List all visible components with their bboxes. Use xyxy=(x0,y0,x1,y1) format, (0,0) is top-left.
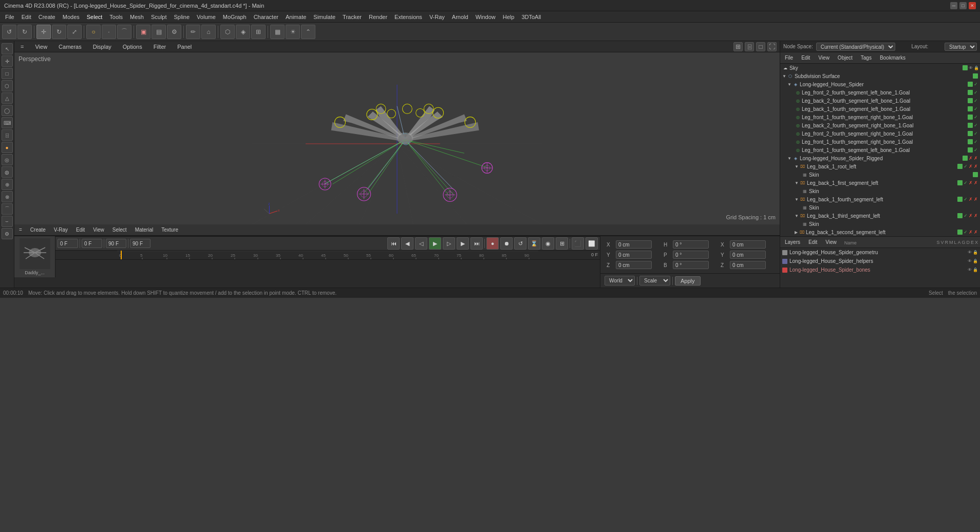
playback-icon-2[interactable]: ⏺ xyxy=(500,237,513,250)
layer-item-helpers[interactable]: Long-legged_House_Spider_helpers 👁 🔒 xyxy=(780,257,980,265)
scale-tool-button[interactable]: ⤢ xyxy=(67,25,82,39)
left-tool-select[interactable]: ↖ xyxy=(2,43,13,54)
material-thumbnail-area[interactable]: Daddy_... xyxy=(14,236,55,277)
keyframe-icon-2[interactable]: ⬜ xyxy=(586,237,598,250)
redo-button[interactable]: ↻ xyxy=(17,25,32,39)
render-settings-button[interactable]: ⚙ xyxy=(167,25,181,39)
playback-icon-6[interactable]: ⊞ xyxy=(556,237,568,250)
layer-vis-icon-2[interactable]: 👁 xyxy=(968,259,972,263)
obj-menu-view[interactable]: View xyxy=(816,54,832,62)
viewport-icon-4[interactable]: ⛶ xyxy=(767,42,777,51)
tree-item-skin-2[interactable]: ▦ Skin xyxy=(780,187,980,195)
camera-button[interactable]: ▦ xyxy=(270,25,285,39)
menu-spline[interactable]: Spline xyxy=(171,13,193,21)
left-tool-10[interactable]: ◎ xyxy=(2,154,13,165)
scale-y-input[interactable] xyxy=(730,251,766,259)
left-tool-move[interactable]: ✛ xyxy=(2,55,13,67)
sculpt-button[interactable]: ⌂ xyxy=(201,25,216,39)
tree-item-goal-6[interactable]: ◎ Leg_front_2_fourth_segment_right_bone_… xyxy=(780,129,980,138)
coord-b-input[interactable] xyxy=(673,261,709,269)
viewport-3d[interactable]: Perspective xyxy=(14,52,780,224)
left-tool-11[interactable]: ◍ xyxy=(2,166,13,178)
world-select[interactable]: World Object xyxy=(605,276,635,286)
tree-item-bone-2[interactable]: ▼ ⌧ Leg_back_1_first_segment_left ✓ ✗ ✗ xyxy=(780,179,980,187)
tree-item-goal-8[interactable]: ◎ Leg_front_1_fourth_segment_left_bone_1… xyxy=(780,146,980,154)
tree-item-skin-1[interactable]: ▦ Skin xyxy=(780,170,980,179)
tree-item-goal-4[interactable]: ◎ Leg_front_1_fourth_segment_right_bone_… xyxy=(780,113,980,121)
end-frame-input-2[interactable] xyxy=(130,239,150,248)
tree-item-goal-3[interactable]: ◎ Leg_back_1_fourth_segment_left_bone_1.… xyxy=(780,105,980,113)
mat-menu-texture[interactable]: Texture xyxy=(159,226,181,234)
menu-vray[interactable]: V-Ray xyxy=(426,13,448,21)
obj-menu-file[interactable]: File xyxy=(782,54,796,62)
layout-select[interactable]: Startup xyxy=(945,43,977,51)
coord-h-input[interactable] xyxy=(673,240,709,249)
left-tool-12[interactable]: ⊕ xyxy=(2,179,13,190)
bone-3-expand[interactable]: ▼ xyxy=(795,197,799,202)
layer-menu-edit[interactable]: Edit xyxy=(806,238,820,246)
tree-item-goal-7[interactable]: ◎ Leg_front_1_fourth_segment_right_bone_… xyxy=(780,138,980,146)
menu-select[interactable]: Select xyxy=(84,13,106,21)
coord-x-input[interactable] xyxy=(616,240,652,249)
node-space-select[interactable]: Current (Standard/Physical) xyxy=(816,43,895,51)
layer-lock-icon-3[interactable]: 🔒 xyxy=(973,268,978,272)
viewport-menu-display[interactable]: Display xyxy=(90,43,115,51)
bone-5-expand[interactable]: ▶ xyxy=(795,230,798,235)
bone-4-expand[interactable]: ▼ xyxy=(795,214,799,218)
left-tool-7[interactable]: ⌨ xyxy=(2,117,13,128)
layer-item-geometry[interactable]: Long-legged_House_Spider_geometru 👁 🔒 xyxy=(780,248,980,257)
tree-item-skin-3[interactable]: ▦ Skin xyxy=(780,203,980,212)
left-tool-16[interactable]: ⚙ xyxy=(2,228,13,239)
render-button[interactable]: ▣ xyxy=(136,25,150,39)
mat-menu-eq[interactable]: = xyxy=(16,226,25,234)
play-button[interactable]: ▶ xyxy=(429,237,441,250)
obj-menu-object[interactable]: Object xyxy=(835,54,855,62)
maximize-button[interactable]: □ xyxy=(959,2,967,9)
left-tool-paint[interactable]: ⬡ xyxy=(2,80,13,91)
light-button[interactable]: ☀ xyxy=(286,25,300,39)
subdiv-expand[interactable]: ▼ xyxy=(782,74,786,79)
menu-arnold[interactable]: Arnold xyxy=(449,13,472,21)
layer-vis-icon-3[interactable]: 👁 xyxy=(968,268,972,272)
scale-x-input[interactable] xyxy=(730,240,766,249)
layer-vis-icon[interactable]: 👁 xyxy=(968,250,972,255)
menu-sculpt[interactable]: Sculpt xyxy=(148,13,170,21)
layer-lock-icon-2[interactable]: 🔒 xyxy=(973,259,978,263)
mat-menu-vray[interactable]: V-Ray xyxy=(51,226,70,234)
obj-menu-bookmarks[interactable]: Bookmarks xyxy=(877,54,908,62)
rotate-tool-button[interactable]: ↻ xyxy=(52,25,66,39)
menu-animate[interactable]: Animate xyxy=(282,13,309,21)
edge-mode-button[interactable]: ⌒ xyxy=(117,25,131,39)
tree-item-goal-1[interactable]: ◎ Leg_front_2_fourth_segment_left_bone_1… xyxy=(780,88,980,97)
left-tool-6[interactable]: ◯ xyxy=(2,105,13,116)
bone-2-expand[interactable]: ▼ xyxy=(795,181,799,185)
move-tool-button[interactable]: ✛ xyxy=(36,25,51,39)
deformer-button[interactable]: ⌃ xyxy=(301,25,315,39)
end-frame-input-1[interactable] xyxy=(106,239,126,248)
playback-icon-5[interactable]: ◉ xyxy=(542,237,554,250)
mat-menu-edit[interactable]: Edit xyxy=(73,226,87,234)
left-tool-5[interactable]: △ xyxy=(2,92,13,104)
tree-item-spider-rigged[interactable]: ▼ ◈ Long-legged_House_Spider_Rigged ✗ ✗ xyxy=(780,154,980,162)
object-mode-button[interactable]: ○ xyxy=(86,25,101,39)
undo-button[interactable]: ↺ xyxy=(2,25,16,39)
current-frame-input-1[interactable] xyxy=(58,239,78,248)
playback-icon-3[interactable]: ↺ xyxy=(514,237,526,250)
prev-frame-button[interactable]: ◀ xyxy=(401,237,413,250)
playback-icon-1[interactable]: ● xyxy=(486,237,499,250)
timeline-ruler[interactable]: 0 5 10 15 20 25 xyxy=(55,251,600,260)
render-region-button[interactable]: ▤ xyxy=(152,25,166,39)
menu-mesh[interactable]: Mesh xyxy=(127,13,147,21)
layer-item-bones[interactable]: Long-legged_House_Spider_bones 👁 🔒 xyxy=(780,265,980,274)
play-reverse-button[interactable]: ◁ xyxy=(415,237,427,250)
viewport-menu-eq[interactable]: = xyxy=(17,43,27,51)
go-end-button[interactable]: ⏭ xyxy=(470,237,483,250)
current-frame-input-2[interactable] xyxy=(82,239,102,248)
bone-1-expand[interactable]: ▼ xyxy=(795,164,799,169)
playback-icon-4[interactable]: ⌛ xyxy=(528,237,540,250)
mat-menu-create[interactable]: Create xyxy=(28,226,48,234)
window-controls[interactable]: ─ □ ✕ xyxy=(950,2,976,9)
menu-render[interactable]: Render xyxy=(366,13,390,21)
layer-menu-layers[interactable]: Layers xyxy=(782,238,803,246)
go-start-button[interactable]: ⏮ xyxy=(387,237,400,250)
